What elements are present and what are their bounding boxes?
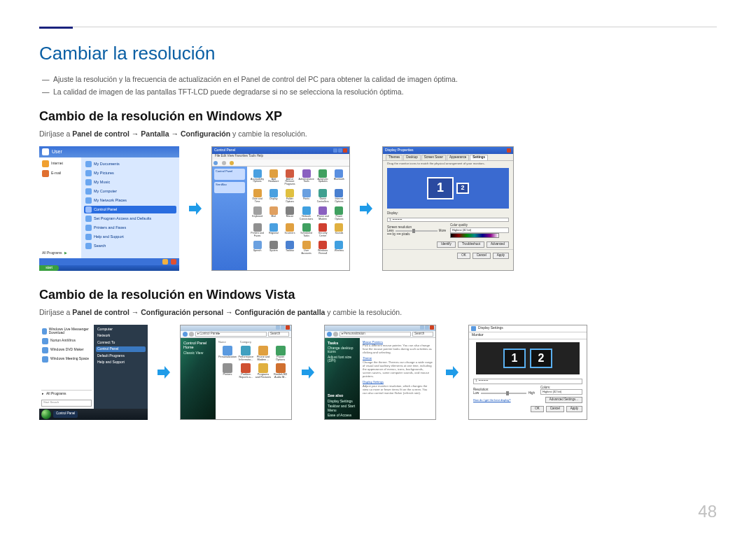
seealso-taskbar[interactable]: Taskbar and Start Menu [328, 405, 357, 412]
cpl-item[interactable]: Speech [250, 241, 265, 255]
back-icon[interactable] [327, 332, 332, 337]
xp-start-right-item[interactable]: Search [84, 242, 176, 250]
tab-appearance[interactable]: Appearance [447, 155, 469, 160]
cpl-item[interactable]: Network Connections [299, 206, 314, 221]
cpl-item[interactable]: Add or Remove Programs [282, 169, 297, 187]
back-icon[interactable] [183, 332, 188, 337]
adjust-font-size-link[interactable]: Adjust font size (DPI) [328, 356, 357, 363]
xp-start-right-item[interactable]: My Documents [84, 160, 176, 168]
close-icon[interactable] [343, 148, 347, 153]
forward-icon[interactable] [333, 332, 338, 337]
monitor-2-icon[interactable]: 2 [456, 183, 469, 194]
maximize-icon[interactable] [281, 325, 285, 330]
identify-button[interactable]: Identify [437, 241, 456, 248]
cpl-item[interactable]: Phone and Modem [316, 206, 330, 221]
advanced-button[interactable]: Advanced [486, 241, 509, 248]
start-button[interactable]: start [39, 265, 59, 271]
vista-start-item[interactable]: Windows DVD Maker [41, 346, 92, 354]
cpl-item[interactable]: Display [266, 189, 281, 204]
cpl-item[interactable]: Scheduled Tasks [299, 223, 314, 238]
close-icon[interactable] [430, 325, 434, 330]
cpl-item[interactable]: Date and Time [250, 189, 265, 204]
cpl-item[interactable]: Internet Options [332, 189, 346, 204]
cpl-item[interactable]: Scanners [282, 223, 297, 238]
cpl-item[interactable]: Automatic Updates [316, 169, 330, 187]
ok-button[interactable]: OK [531, 406, 544, 412]
maximize-icon[interactable] [338, 148, 342, 153]
close-icon[interactable] [507, 148, 511, 153]
vista-start-item[interactable]: Windows Live Messenger Download [41, 327, 92, 336]
tab-desktop[interactable]: Desktop [403, 155, 421, 160]
cpl-item[interactable]: Bluetooth [332, 169, 346, 187]
search-input[interactable]: Search [412, 332, 433, 337]
display-dropdown[interactable]: 1. •••••••••• [387, 218, 509, 222]
maximize-icon[interactable] [425, 325, 429, 330]
xp-start-control-panel[interactable]: Control Panel [84, 206, 176, 213]
classic-view-link[interactable]: Classic View [183, 351, 213, 356]
cpl-item[interactable]: Realtek HD Audio M... [272, 363, 288, 379]
seealso-ease[interactable]: Ease of Access [328, 414, 357, 418]
ok-button[interactable]: OK [457, 253, 470, 259]
cpl-item[interactable]: Regional [266, 223, 281, 238]
cpl-item[interactable]: Accessibility Options [250, 169, 265, 187]
logoff-icon[interactable] [162, 259, 168, 265]
cpl-item[interactable]: Power Options [272, 346, 288, 361]
cpl-item[interactable]: User Accounts [299, 241, 314, 255]
xp-start-right-item[interactable]: Printers and Faxes [84, 224, 176, 232]
minimize-icon[interactable] [420, 325, 424, 330]
xp-start-email[interactable]: E-mail [42, 170, 78, 177]
cpl-item[interactable]: Taskbar [282, 241, 297, 255]
cancel-button[interactable]: Cancel [546, 406, 564, 412]
advanced-settings-button[interactable]: Advanced Settings... [545, 397, 582, 403]
cpl-item[interactable]: Game Controllers [316, 189, 330, 204]
vista-start-item[interactable]: Norton AntiVirus [41, 337, 92, 345]
cancel-button[interactable]: Cancel [472, 253, 491, 259]
xp-start-right-item[interactable]: Set Program Access and Defaults [84, 215, 176, 223]
minimize-icon[interactable] [333, 148, 337, 153]
cpl-item[interactable]: Folder Options [282, 189, 297, 204]
start-orb-icon[interactable] [41, 409, 51, 419]
xp-start-right-item[interactable]: My Pictures [84, 169, 176, 177]
cpl-item[interactable]: Add Hardware [266, 169, 281, 187]
up-icon[interactable] [230, 161, 234, 165]
cpl-item[interactable]: Mail [266, 206, 281, 221]
vista-disp-tab[interactable]: Monitor [469, 332, 587, 339]
monitor-dropdown[interactable]: 1. •••••••••• [473, 379, 582, 384]
cpl-item[interactable]: Problem Reports a... [238, 363, 254, 379]
xp-start-right-item[interactable]: My Music [84, 178, 176, 186]
resolution-slider[interactable] [481, 393, 526, 394]
cpl-item[interactable]: Programs and Features [255, 363, 272, 379]
cpl-item[interactable]: Sounds [332, 223, 346, 238]
xp-start-right-item[interactable]: My Computer [84, 188, 176, 195]
vista-start-right-item[interactable]: Connect To [96, 340, 146, 346]
tab-themes[interactable]: Themes [386, 155, 402, 160]
cpl-item[interactable]: System [266, 241, 281, 255]
cpl-home-link[interactable]: Control Panel Home [183, 341, 213, 349]
colors-dropdown[interactable]: Highest (32 bit) [540, 389, 582, 395]
cpl-item[interactable]: Wireless [332, 241, 346, 255]
cpl-item[interactable]: Printers and Faxes [250, 223, 265, 238]
cpl-item[interactable]: Security Center [316, 223, 330, 238]
forward-icon[interactable] [189, 332, 194, 337]
tab-settings[interactable]: Settings [470, 155, 488, 160]
xp-start-internet[interactable]: Internet [42, 160, 78, 167]
address-bar[interactable]: ▸ Control Panel ▸ [195, 332, 267, 337]
cpl-item[interactable]: Mouse [282, 206, 297, 221]
taskbar-item[interactable]: Control Panel [53, 411, 78, 418]
change-desktop-icons-link[interactable]: Change desktop icons [328, 346, 357, 354]
all-programs[interactable]: ▸All Programs [41, 390, 92, 397]
xp-start-right-item[interactable]: My Network Places [84, 197, 176, 204]
xp-start-right-item[interactable]: Help and Support [84, 233, 176, 241]
shutdown-icon[interactable] [171, 259, 176, 265]
color-quality-dropdown[interactable]: Highest (32 bit) [450, 227, 509, 233]
back-icon[interactable] [214, 161, 218, 165]
address-bar[interactable]: ▸ Personalization [340, 332, 411, 337]
monitor-1-icon[interactable]: 1 [503, 349, 526, 368]
xp-all-programs[interactable]: All Programs▶ [42, 251, 78, 255]
vista-start-right-item[interactable]: Control Panel [96, 346, 146, 352]
cpl-item[interactable]: Power Options [332, 206, 346, 221]
forward-icon[interactable] [222, 161, 226, 165]
vista-start-right-item[interactable]: Computer [96, 327, 146, 332]
troubleshoot-button[interactable]: Troubleshoot [458, 241, 484, 248]
start-search-input[interactable]: Start Search [41, 400, 92, 407]
